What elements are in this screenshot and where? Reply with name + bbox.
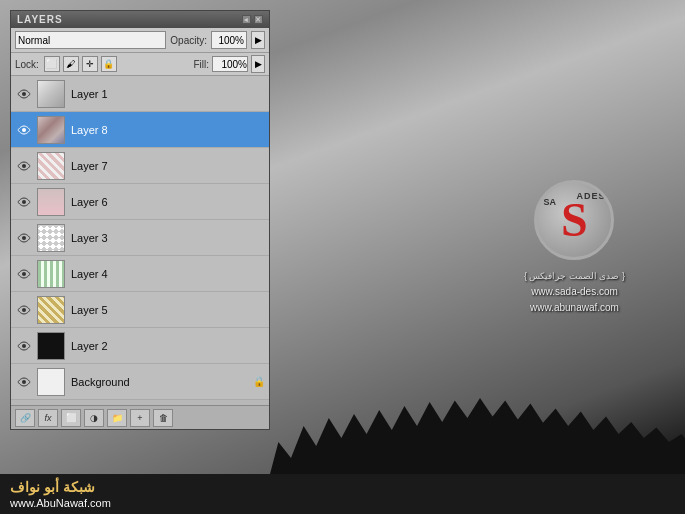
group-btn[interactable]: 📁 xyxy=(107,409,127,427)
logo-tagline-arabic: { صدى الصمت جرافيكس } xyxy=(524,268,625,284)
lock-position-btn[interactable]: ✛ xyxy=(82,56,98,72)
layer-thumb-6 xyxy=(37,188,65,216)
site-url: www.AbuNawaf.com xyxy=(10,497,111,509)
layer-thumb-1 xyxy=(37,80,65,108)
layer-lock-badge-0: 🔒 xyxy=(253,376,265,387)
titlebar-buttons: ◂ ✕ xyxy=(242,15,263,24)
eye-icon-layer-0[interactable] xyxy=(15,373,33,391)
svg-point-1 xyxy=(22,128,26,132)
layer-thumb-4 xyxy=(37,260,65,288)
logo-sa-text: SA xyxy=(543,197,556,207)
layer-row-7[interactable]: Layer 7 xyxy=(11,148,269,184)
layers-panel: LAYERS ◂ ✕ Normal Dissolve Multiply Scre… xyxy=(10,10,270,430)
layer-row-1[interactable]: Layer 1 xyxy=(11,76,269,112)
layer-row-5[interactable]: Layer 5 xyxy=(11,292,269,328)
fill-arrow-btn[interactable]: ▶ xyxy=(251,55,265,73)
layer-name-3: Layer 3 xyxy=(71,232,108,244)
layer-name-7: Layer 7 xyxy=(71,160,108,172)
lock-row: Lock: ⬜ 🖌 ✛ 🔒 Fill: ▶ xyxy=(11,53,269,76)
lock-brush-btn[interactable]: 🖌 xyxy=(63,56,79,72)
layer-thumb-5 xyxy=(37,296,65,324)
panel-titlebar: LAYERS ◂ ✕ xyxy=(11,11,269,28)
opacity-label: Opacity: xyxy=(170,35,207,46)
site-name-arabic: شبكة أبو نواف xyxy=(10,479,111,495)
layer-thumb-2 xyxy=(37,332,65,360)
layer-name-5: Layer 5 xyxy=(71,304,108,316)
svg-point-5 xyxy=(22,272,26,276)
fill-label: Fill: xyxy=(193,59,209,70)
panel-title: LAYERS xyxy=(17,14,63,25)
adjustment-btn[interactable]: ◑ xyxy=(84,409,104,427)
blend-mode-select[interactable]: Normal Dissolve Multiply Screen Overlay xyxy=(15,31,166,49)
logo-url1: www.sada-des.com xyxy=(524,284,625,300)
layer-name-2: Layer 2 xyxy=(71,340,108,352)
logo-circle: SA S ADES xyxy=(534,180,614,260)
svg-point-4 xyxy=(22,236,26,240)
logo-ades-text: ADES xyxy=(576,191,605,201)
layer-row-4[interactable]: Layer 4 xyxy=(11,256,269,292)
eye-icon-layer-2[interactable] xyxy=(15,337,33,355)
bottom-bar: شبكة أبو نواف www.AbuNawaf.com xyxy=(0,474,685,514)
eye-icon-layer-6[interactable] xyxy=(15,193,33,211)
svg-point-6 xyxy=(22,308,26,312)
layer-thumb-0 xyxy=(37,368,65,396)
panel-toolbar: 🔗 fx ⬜ ◑ 📁 + 🗑 xyxy=(11,405,269,429)
layer-thumb-3 xyxy=(37,224,65,252)
logo-s-letter: S xyxy=(561,196,588,244)
fx-btn[interactable]: fx xyxy=(38,409,58,427)
layer-thumb-8 xyxy=(37,116,65,144)
lock-label: Lock: xyxy=(15,59,39,70)
svg-point-2 xyxy=(22,164,26,168)
delete-layer-btn[interactable]: 🗑 xyxy=(153,409,173,427)
layer-row-6[interactable]: Layer 6 xyxy=(11,184,269,220)
logo-text-block: { صدى الصمت جرافيكس } www.sada-des.com w… xyxy=(524,268,625,316)
new-layer-btn[interactable]: + xyxy=(130,409,150,427)
layer-thumb-7 xyxy=(37,152,65,180)
svg-point-3 xyxy=(22,200,26,204)
mode-row: Normal Dissolve Multiply Screen Overlay … xyxy=(11,28,269,53)
layer-row-0[interactable]: Background🔒 xyxy=(11,364,269,400)
add-mask-btn[interactable]: ⬜ xyxy=(61,409,81,427)
lock-transparent-btn[interactable]: ⬜ xyxy=(44,56,60,72)
logo-url2: www.abunawaf.com xyxy=(524,300,625,316)
layers-list[interactable]: Layer 1 Layer 8 Layer 7 Layer 6 Layer 3 … xyxy=(11,76,269,405)
layer-row-8[interactable]: Layer 8 xyxy=(11,112,269,148)
eye-icon-layer-8[interactable] xyxy=(15,121,33,139)
layer-name-1: Layer 1 xyxy=(71,88,108,100)
close-btn[interactable]: ✕ xyxy=(254,15,263,24)
opacity-input[interactable] xyxy=(211,31,247,49)
bottom-bar-content: شبكة أبو نواف www.AbuNawaf.com xyxy=(10,479,111,509)
layer-name-6: Layer 6 xyxy=(71,196,108,208)
fill-input[interactable] xyxy=(212,56,248,72)
svg-point-0 xyxy=(22,92,26,96)
lock-all-btn[interactable]: 🔒 xyxy=(101,56,117,72)
eye-icon-layer-4[interactable] xyxy=(15,265,33,283)
collapse-btn[interactable]: ◂ xyxy=(242,15,251,24)
link-layers-btn[interactable]: 🔗 xyxy=(15,409,35,427)
svg-point-8 xyxy=(22,380,26,384)
opacity-arrow-btn[interactable]: ▶ xyxy=(251,31,265,49)
layer-name-8: Layer 8 xyxy=(71,124,108,136)
layer-row-2[interactable]: Layer 2 xyxy=(11,328,269,364)
logo-area: SA S ADES { صدى الصمت جرافيكس } www.sada… xyxy=(524,180,625,316)
layer-row-3[interactable]: Layer 3 xyxy=(11,220,269,256)
layer-name-0: Background xyxy=(71,376,130,388)
eye-icon-layer-5[interactable] xyxy=(15,301,33,319)
eye-icon-layer-3[interactable] xyxy=(15,229,33,247)
eye-icon-layer-7[interactable] xyxy=(15,157,33,175)
layer-name-4: Layer 4 xyxy=(71,268,108,280)
eye-icon-layer-1[interactable] xyxy=(15,85,33,103)
svg-point-7 xyxy=(22,344,26,348)
